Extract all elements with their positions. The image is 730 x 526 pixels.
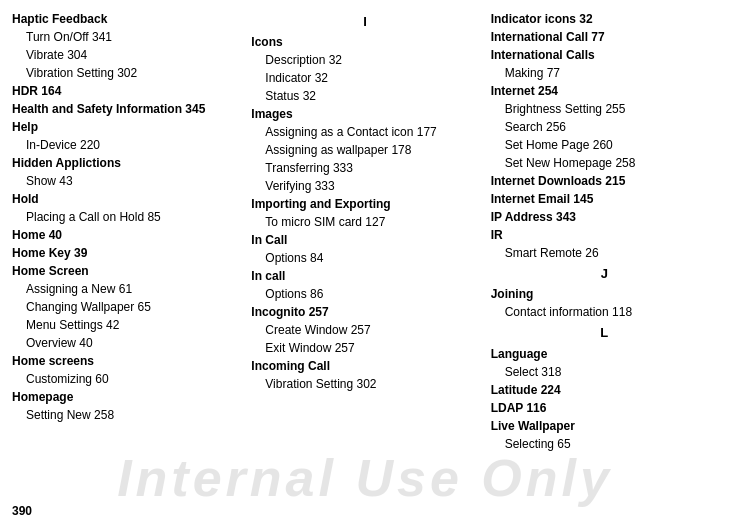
bold-entry-1-10: Importing and Exporting	[251, 195, 478, 213]
bold-entry-0-14: Home Screen	[12, 262, 239, 280]
bold-entry-2-2: International Calls	[491, 46, 718, 64]
bold-entry-1-19: Incoming Call	[251, 357, 478, 375]
bold-entry-2-20: Latitude 224	[491, 381, 718, 399]
bold-entry-2-12: IR	[491, 226, 718, 244]
bold-entry-1-1: Icons	[251, 33, 478, 51]
bold-entry-2-11: IP Address 343	[491, 208, 718, 226]
indent-entry-2-3: Making 77	[491, 64, 718, 82]
bold-entry-0-4: HDR 164	[12, 82, 239, 100]
indent-entry-1-15: Options 86	[251, 285, 478, 303]
indent-entry-0-15: Assigning a New 61	[12, 280, 239, 298]
bold-entry-0-5: Health and Safety Information 345	[12, 100, 239, 118]
bold-entry-2-18: Language	[491, 345, 718, 363]
indent-entry-0-1: Turn On/Off 341	[12, 28, 239, 46]
column-col2: IIconsDescription 32Indicator 32Status 3…	[245, 10, 484, 453]
bold-entry-0-8: Hidden Applictions	[12, 154, 239, 172]
indent-entry-0-11: Placing a Call on Hold 85	[12, 208, 239, 226]
draft-watermark: Internal Use Only	[117, 448, 613, 508]
indent-entry-0-3: Vibration Setting 302	[12, 64, 239, 82]
indent-entry-0-17: Menu Settings 42	[12, 316, 239, 334]
bold-entry-0-12: Home 40	[12, 226, 239, 244]
indent-entry-1-6: Assigning as a Contact icon 177	[251, 123, 478, 141]
bold-entry-0-21: Homepage	[12, 388, 239, 406]
indent-entry-0-18: Overview 40	[12, 334, 239, 352]
bold-entry-2-9: Internet Downloads 215	[491, 172, 718, 190]
indent-entry-1-17: Create Window 257	[251, 321, 478, 339]
bold-entry-1-5: Images	[251, 105, 478, 123]
bold-entry-1-14: In call	[251, 267, 478, 285]
bold-entry-0-10: Hold	[12, 190, 239, 208]
indent-entry-2-23: Selecting 65	[491, 435, 718, 453]
indent-entry-0-22: Setting New 258	[12, 406, 239, 424]
indent-entry-0-7: In-Device 220	[12, 136, 239, 154]
page-number: 390	[12, 504, 32, 518]
indent-entry-2-19: Select 318	[491, 363, 718, 381]
bold-entry-2-22: Live Wallpaper	[491, 417, 718, 435]
indent-entry-1-18: Exit Window 257	[251, 339, 478, 357]
bold-entry-2-10: Internet Email 145	[491, 190, 718, 208]
bold-entry-2-21: LDAP 116	[491, 399, 718, 417]
indent-entry-2-16: Contact information 118	[491, 303, 718, 321]
bold-entry-1-16: Incognito 257	[251, 303, 478, 321]
section-letter-L: L	[491, 321, 718, 344]
indent-entry-1-11: To micro SIM card 127	[251, 213, 478, 231]
bold-entry-0-0: Haptic Feedback	[12, 10, 239, 28]
column-col1: Haptic FeedbackTurn On/Off 341Vibrate 30…	[12, 10, 245, 453]
indent-entry-1-3: Indicator 32	[251, 69, 478, 87]
indent-entry-1-4: Status 32	[251, 87, 478, 105]
bold-entry-2-4: Internet 254	[491, 82, 718, 100]
section-letter-J: J	[491, 262, 718, 285]
bold-entry-1-12: In Call	[251, 231, 478, 249]
indent-entry-0-2: Vibrate 304	[12, 46, 239, 64]
indent-entry-2-8: Set New Homepage 258	[491, 154, 718, 172]
indent-entry-1-8: Transferring 333	[251, 159, 478, 177]
indent-entry-2-7: Set Home Page 260	[491, 136, 718, 154]
indent-entry-2-5: Brightness Setting 255	[491, 100, 718, 118]
section-letter-I: I	[251, 10, 478, 33]
column-col3: Indicator icons 32International Call 77I…	[485, 10, 718, 453]
page-container: Haptic FeedbackTurn On/Off 341Vibrate 30…	[0, 0, 730, 526]
bold-entry-0-6: Help	[12, 118, 239, 136]
bold-entry-2-15: Joining	[491, 285, 718, 303]
indent-entry-1-7: Assigning as wallpaper 178	[251, 141, 478, 159]
indent-entry-1-13: Options 84	[251, 249, 478, 267]
indent-entry-0-20: Customizing 60	[12, 370, 239, 388]
indent-entry-2-13: Smart Remote 26	[491, 244, 718, 262]
indent-entry-1-9: Verifying 333	[251, 177, 478, 195]
indent-entry-0-16: Changing Wallpaper 65	[12, 298, 239, 316]
bold-entry-2-1: International Call 77	[491, 28, 718, 46]
indent-entry-2-6: Search 256	[491, 118, 718, 136]
bold-entry-0-13: Home Key 39	[12, 244, 239, 262]
indent-entry-1-20: Vibration Setting 302	[251, 375, 478, 393]
indent-entry-0-9: Show 43	[12, 172, 239, 190]
indent-entry-1-2: Description 32	[251, 51, 478, 69]
bold-entry-0-19: Home screens	[12, 352, 239, 370]
bold-entry-2-0: Indicator icons 32	[491, 10, 718, 28]
index-columns: Haptic FeedbackTurn On/Off 341Vibrate 30…	[12, 10, 718, 453]
